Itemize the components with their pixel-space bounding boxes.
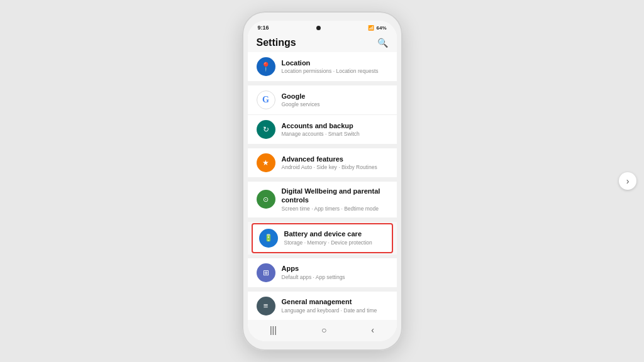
slide-arrow[interactable]: › [619,172,636,190]
digital-icon: ⊙ [257,190,275,209]
nav-recent-button[interactable]: ||| [270,325,277,335]
apps-text: Apps Default apps · App settings [282,264,388,280]
accounts-icon: ↻ [257,120,275,139]
settings-item-accounts[interactable]: ↻ Accounts and backup Manage accounts · … [248,115,397,145]
settings-item-digital[interactable]: ⊙ Digital Wellbeing and parental control… [248,182,397,218]
phone-outer: 9:16 📶 64% Settings 🔍 📍 Location Locatio… [242,11,402,351]
apps-subtitle: Default apps · App settings [282,274,388,281]
settings-item-google[interactable]: G Google Google services [248,85,397,115]
phone-screen: 9:16 📶 64% Settings 🔍 📍 Location Locatio… [248,21,397,341]
location-title: Location [282,58,388,67]
settings-item-apps[interactable]: ⊞ Apps Default apps · App settings [248,258,397,288]
battery-title: Battery and device care [284,229,386,238]
status-bar: 9:16 📶 64% [248,21,397,32]
search-button[interactable]: 🔍 [377,38,388,48]
settings-item-location[interactable]: 📍 Location Location permissions · Locati… [248,52,397,82]
general-text: General management Language and keyboard… [282,297,388,314]
accounts-text: Accounts and backup Manage accounts · Sm… [282,121,388,138]
nav-home-button[interactable]: ○ [321,325,326,335]
camera-notch-area [316,26,321,30]
signal-icon: 📶 [368,25,374,31]
status-icons: 📶 64% [368,25,386,31]
advanced-icon: ★ [257,153,275,172]
apps-title: Apps [282,264,388,273]
battery-status: 64% [376,25,386,31]
battery-text: Battery and device care Storage · Memory… [284,229,386,246]
settings-header: Settings 🔍 [248,32,397,52]
accounts-title: Accounts and backup [282,121,388,130]
general-subtitle: Language and keyboard · Date and time [282,307,388,314]
digital-subtitle: Screen time · App timers · Bedtime mode [282,206,388,212]
divider-4 [248,218,397,222]
advanced-subtitle: Android Auto · Side key · Bixby Routines [282,164,388,171]
location-icon: 📍 [257,57,275,76]
google-subtitle: Google services [282,101,388,108]
settings-item-general[interactable]: ≡ General management Language and keyboa… [248,292,397,320]
google-icon: G [257,90,275,109]
page-title: Settings [257,37,296,48]
google-text: Google Google services [282,92,388,108]
digital-title: Digital Wellbeing and parental controls [282,187,388,205]
advanced-title: Advanced features [282,155,388,163]
settings-item-battery[interactable]: 🔋 Battery and device care Storage · Memo… [252,223,393,253]
location-text: Location Location permissions · Location… [282,58,388,75]
accounts-subtitle: Manage accounts · Smart Switch [282,131,388,138]
advanced-text: Advanced features Android Auto · Side ke… [282,155,388,171]
battery-subtitle: Storage · Memory · Device protection [284,239,386,246]
settings-item-advanced[interactable]: ★ Advanced features Android Auto · Side … [248,148,397,178]
google-title: Google [282,92,388,101]
apps-icon: ⊞ [257,263,275,282]
location-subtitle: Location permissions · Location requests [282,68,388,75]
nav-bar: ||| ○ ‹ [248,320,397,341]
general-icon: ≡ [257,297,275,315]
general-title: General management [282,297,388,306]
status-time: 9:16 [258,25,269,31]
battery-icon: 🔋 [259,229,278,248]
nav-back-button[interactable]: ‹ [371,325,374,335]
settings-list: 📍 Location Location permissions · Locati… [248,52,397,320]
digital-text: Digital Wellbeing and parental controls … [282,187,388,212]
